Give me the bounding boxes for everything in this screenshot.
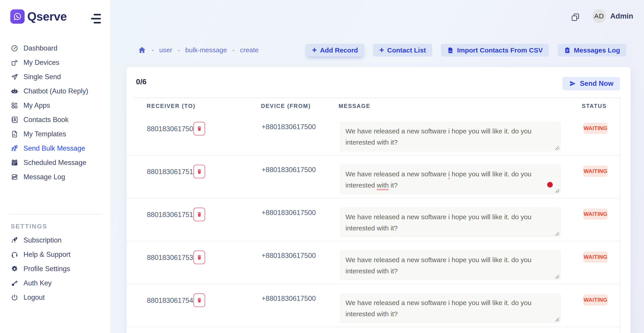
table-row: 8801830617512 +8801830617500 We have rel…	[126, 198, 620, 241]
sidebar-item-help-support[interactable]: Help & Support	[0, 247, 110, 262]
receiver-value: 8801830617544	[147, 297, 197, 305]
csv-file-icon: CSV	[447, 47, 454, 54]
plus-icon: +	[379, 46, 384, 54]
breadcrumb-user[interactable]: user	[159, 46, 172, 54]
window-copy-icon[interactable]	[571, 12, 580, 22]
phone-signal-icon	[11, 59, 18, 66]
sidebar-item-my-apps[interactable]: My Apps	[0, 98, 110, 113]
sidebar-item-profile-settings[interactable]: Profile Settings	[0, 262, 110, 276]
user-name: Admin	[610, 9, 633, 23]
table-row: 8801830617533 +8801830617500 We have rel…	[126, 241, 620, 284]
plus-icon: +	[312, 46, 317, 54]
delete-record-button[interactable]	[194, 294, 205, 307]
sidebar-item-scheduled-message[interactable]: Scheduled Message	[0, 156, 110, 170]
button-label: Add Record	[320, 46, 358, 54]
sidebar-item-label: My Devices	[24, 58, 59, 67]
sidebar-item-single-send[interactable]: Single Send	[0, 70, 110, 84]
device-value: +8801830617500	[262, 252, 316, 260]
column-header-receiver: RECEIVER (TO)	[147, 103, 196, 109]
sidebar-item-message-log[interactable]: Message Log	[0, 170, 110, 184]
sidebar-item-label: Subscription	[24, 236, 62, 244]
message-textarea[interactable]: We have released a new software i hope y…	[340, 122, 560, 151]
breadcrumb-separator: -	[232, 46, 234, 54]
sidebar-item-auth-key[interactable]: Auth Key	[0, 276, 110, 290]
receiver-value: 8801830617511	[147, 168, 196, 176]
receiver-value: 8801830617533	[147, 254, 197, 262]
contacts-book-icon	[11, 116, 18, 124]
sidebar-item-send-bulk-message[interactable]: Send Bulk Message	[0, 141, 110, 156]
paper-plane-icon	[11, 73, 18, 81]
sidebar-item-label: Profile Settings	[24, 265, 70, 273]
status-badge: WAITING	[583, 209, 608, 220]
status-badge: WAITING	[583, 166, 608, 177]
message-textarea[interactable]: We have released a new software i hope y…	[340, 294, 560, 323]
column-header-device: DEVICE (FROM)	[261, 103, 311, 109]
key-icon	[11, 279, 18, 287]
sidebar-item-logout[interactable]: Logout	[0, 290, 110, 305]
delete-record-button[interactable]	[194, 122, 205, 135]
receiver-value: 8801830617500	[147, 125, 197, 133]
status-badge: WAITING	[583, 123, 608, 134]
breadcrumb-separator: -	[152, 46, 154, 54]
sidebar-toggle-hamburger-icon[interactable]	[90, 13, 102, 24]
messages-log-button[interactable]: Messages Log	[558, 44, 626, 56]
message-textarea[interactable]: We have released a new software i hope y…	[340, 251, 560, 280]
delete-record-button[interactable]	[194, 208, 205, 221]
sidebar-item-dashboard[interactable]: Dashboard	[0, 41, 110, 55]
rocket-icon	[11, 145, 18, 152]
toggles-icon	[11, 173, 18, 181]
status-badge: WAITING	[583, 294, 608, 306]
device-value: +8801830617500	[262, 166, 316, 174]
sidebar-item-label: Send Bulk Message	[24, 144, 85, 152]
device-value: +8801830617500	[262, 209, 316, 217]
trash-icon	[196, 297, 202, 303]
send-now-button[interactable]: Send Now	[562, 77, 620, 90]
rocket-filled-icon	[11, 237, 18, 244]
delete-record-button[interactable]	[194, 165, 205, 178]
table-row: 8801830617544 +8801830617500 We have rel…	[126, 284, 620, 327]
sidebar-settings-menu: Subscription Help & Support Profile Sett…	[0, 233, 110, 305]
sidebar-item-label: Scheduled Message	[24, 159, 86, 167]
sidebar-item-label: My Templates	[24, 130, 66, 138]
breadcrumb-create[interactable]: create	[240, 46, 258, 54]
sidebar-item-label: My Apps	[24, 101, 50, 109]
sidebar-item-label: Help & Support	[24, 251, 70, 259]
sidebar-section-label: SETTINGS	[11, 223, 48, 230]
sidebar-item-subscription[interactable]: Subscription	[0, 233, 110, 247]
avatar[interactable]: AD	[592, 9, 606, 23]
add-record-button[interactable]: + Add Record	[306, 44, 364, 56]
trash-icon	[196, 169, 202, 175]
sidebar-item-chatbot[interactable]: Chatbot (Auto Reply)	[0, 84, 110, 98]
button-label: Contact List	[387, 46, 426, 54]
progress-counter: 0/6	[136, 77, 146, 86]
delete-record-button[interactable]	[194, 251, 205, 264]
sidebar-item-my-templates[interactable]: My Templates	[0, 127, 110, 141]
send-plane-icon	[569, 80, 576, 87]
message-textarea[interactable]: We have released a new software i hope y…	[340, 165, 560, 194]
button-label: Import Contacts From CSV	[457, 46, 543, 54]
document-icon	[11, 130, 18, 138]
clipboard-icon	[564, 47, 571, 54]
spellcheck-indicator-dot	[547, 182, 553, 188]
page-actions: + Add Record + Contact List CSV Import C…	[306, 44, 626, 56]
receiver-value: 8801830617512	[147, 211, 197, 219]
sidebar-item-label: Message Log	[24, 173, 65, 181]
dashboard-gauge-icon	[11, 44, 18, 52]
sidebar-item-label: Auth Key	[24, 279, 52, 287]
sidebar-item-contacts-book[interactable]: Contacts Book	[0, 113, 110, 127]
calendar-icon	[11, 159, 18, 166]
apps-grid-plus-icon	[11, 102, 18, 109]
breadcrumb: - user - bulk-message - create	[138, 44, 259, 56]
contact-list-button[interactable]: + Contact List	[373, 44, 432, 56]
import-contacts-csv-button[interactable]: CSV Import Contacts From CSV	[441, 44, 549, 56]
device-value: +8801830617500	[262, 123, 316, 131]
sidebar-item-my-devices[interactable]: My Devices	[0, 55, 110, 70]
home-icon[interactable]	[138, 46, 146, 54]
message-textarea[interactable]: We have released a new software i hope y…	[340, 208, 560, 237]
sidebar: Qserve Dashboard My Devices	[0, 0, 110, 333]
power-icon	[11, 294, 18, 301]
breadcrumb-bulk-message[interactable]: bulk-message	[185, 46, 227, 54]
robot-icon	[11, 87, 18, 95]
records-table: 8801830617500 +8801830617500 We have rel…	[126, 113, 620, 327]
sidebar-item-label: Contacts Book	[24, 116, 69, 124]
